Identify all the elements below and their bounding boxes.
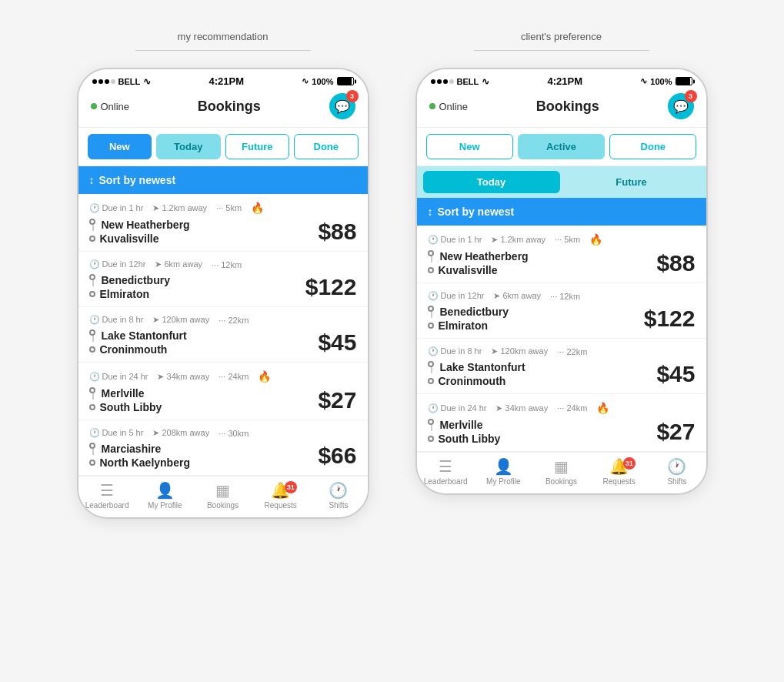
time-label: 4:21PM — [548, 75, 583, 87]
requests-badge: 31 — [623, 457, 636, 470]
nav-leaderboard[interactable]: ☰ Leaderboard — [78, 481, 136, 510]
nav-label: Bookings — [207, 501, 239, 510]
hot-icon: 🔥 — [589, 233, 602, 246]
nav-leaderboard[interactable]: ☰ Leaderboard — [417, 457, 475, 486]
route-from: Benedictbury — [89, 274, 170, 286]
sub-tab-today[interactable]: Today — [423, 171, 560, 193]
route: New Heatherberg Kuvalisville — [89, 219, 190, 245]
nav-shifts[interactable]: 🕐 Shifts — [309, 481, 367, 510]
right-bottom-nav: ☰ Leaderboard 👤 My Profile ▦ Bookings 🔔 … — [417, 452, 706, 493]
tab-new[interactable]: New — [426, 134, 513, 159]
tab-future[interactable]: Future — [225, 134, 290, 159]
booking-body: Benedictbury Elmiraton $122 — [428, 306, 696, 332]
left-booking-list: 🕐 Due in 1 hr ➤ 1.2km away ··· 5km 🔥 — [78, 194, 368, 476]
booking-item[interactable]: 🕐 Due in 1 hr ➤ 1.2km away ··· 5km 🔥 — [78, 194, 368, 252]
route-connector — [89, 219, 95, 231]
booking-item[interactable]: 🕐 Due in 8 hr ➤ 120km away ··· 22km L — [78, 307, 368, 363]
route-to: South Libby — [428, 433, 501, 445]
left-underline — [135, 50, 311, 51]
booking-item[interactable]: 🕐 Due in 24 hr ➤ 34km away ··· 24km 🔥 — [417, 394, 706, 452]
chat-button[interactable]: 💬 3 — [668, 93, 694, 119]
booking-body: Lake Stantonfurt Croninmouth $45 — [89, 329, 357, 356]
signal-dots — [92, 79, 115, 84]
booking-item[interactable]: 🕐 Due in 12hr ➤ 6km away ··· 12km Ben — [417, 283, 706, 339]
booking-item[interactable]: 🕐 Due in 24 hr ➤ 34km away ··· 24km 🔥 — [78, 363, 368, 420]
left-phone: BELL ∿ 4:21PM ∿ 100% Online Boo — [77, 68, 369, 519]
booking-meta: 🕐 Due in 5 hr ➤ 208km away ··· 30km — [89, 428, 357, 438]
route-to: North Kaelynberg — [89, 456, 190, 469]
page-container: my recommendation BELL ∿ 4:21PM ∿ — [77, 31, 708, 519]
price: $27 — [656, 419, 695, 445]
chat-badge: 3 — [346, 90, 359, 102]
route: Lake Stantonfurt Croninmouth — [89, 329, 187, 356]
profile-icon: 👤 — [494, 457, 513, 476]
route-connector — [89, 387, 95, 400]
booking-body: Lake Stantonfurt Croninmouth $45 — [428, 361, 696, 387]
right-booking-list: 🕐 Due in 1 hr ➤ 1.2km away ··· 5km 🔥 — [417, 226, 706, 452]
battery-icon — [337, 77, 354, 85]
left-tab-bar: New Today Future Done — [78, 128, 368, 166]
nav-label: Shifts — [329, 501, 348, 510]
sort-bar-left: ↕ Sort by newest — [78, 166, 368, 194]
booking-meta: 🕐 Due in 8 hr ➤ 120km away ··· 22km — [89, 315, 357, 325]
nav-requests[interactable]: 🔔 31 Requests — [590, 457, 648, 486]
leaderboard-icon: ☰ — [100, 481, 114, 500]
tab-active[interactable]: Active — [518, 134, 605, 159]
price: $88 — [318, 219, 356, 245]
nav-label: Leaderboard — [85, 501, 129, 510]
status-left: BELL ∿ — [431, 76, 490, 87]
sub-tab-future[interactable]: Future — [563, 171, 700, 193]
route-from: Lake Stantonfurt — [428, 361, 525, 373]
price: $122 — [644, 306, 696, 332]
distance-away: ➤ 1.2km away — [152, 203, 207, 213]
booking-item[interactable]: 🕐 Due in 8 hr ➤ 120km away ··· 22km L — [417, 339, 706, 394]
requests-badge: 31 — [285, 481, 297, 493]
nav-profile[interactable]: 👤 My Profile — [136, 481, 194, 510]
hot-icon: 🔥 — [258, 370, 271, 383]
booking-item[interactable]: 🕐 Due in 1 hr ➤ 1.2km away ··· 5km 🔥 — [417, 226, 706, 283]
left-bottom-nav: ☰ Leaderboard 👤 My Profile ▦ Bookings 🔔 … — [78, 476, 368, 517]
leaderboard-icon: ☰ — [439, 457, 452, 476]
left-column: my recommendation BELL ∿ 4:21PM ∿ — [77, 31, 369, 519]
hot-icon: 🔥 — [596, 402, 609, 414]
bluetooth-icon: ∿ — [640, 76, 647, 86]
nav-bookings[interactable]: ▦ Bookings — [532, 457, 590, 486]
online-indicator: Online — [429, 101, 469, 112]
left-status-bar: BELL ∿ 4:21PM ∿ 100% — [78, 69, 368, 90]
tab-today[interactable]: Today — [156, 134, 221, 159]
sort-bar-right: ↕ Sort by newest — [417, 198, 706, 226]
booking-body: Merlville South Libby $27 — [428, 419, 696, 445]
nav-label: Requests — [603, 477, 636, 486]
nav-requests[interactable]: 🔔 31 Requests — [252, 481, 309, 510]
signal-dots — [431, 79, 454, 84]
route-from: Lake Stantonfurt — [89, 329, 187, 342]
chat-button[interactable]: 💬 3 — [329, 93, 355, 119]
route: Benedictbury Elmiraton — [428, 306, 509, 332]
chat-badge: 3 — [685, 90, 697, 102]
booking-meta: 🕐 Due in 12hr ➤ 6km away ··· 12km — [89, 259, 357, 269]
right-status-bar: BELL ∿ 4:21PM ∿ 100% — [417, 69, 706, 90]
tab-new[interactable]: New — [88, 134, 152, 159]
tab-done[interactable]: Done — [609, 134, 696, 159]
right-column: client's preference BELL ∿ 4:21PM ∿ — [415, 31, 708, 495]
battery-fill — [676, 78, 690, 85]
online-label: Online — [101, 101, 130, 112]
tab-done[interactable]: Done — [294, 134, 359, 159]
route-from: Merlville — [89, 387, 162, 400]
bookings-title: Bookings — [198, 99, 261, 115]
nav-bookings[interactable]: ▦ Bookings — [194, 481, 252, 510]
carrier-label: BELL — [118, 77, 141, 86]
route-to: Croninmouth — [89, 343, 187, 356]
status-left: BELL ∿ — [92, 76, 152, 87]
battery-icon — [676, 77, 692, 85]
nav-shifts[interactable]: 🕐 Shifts — [648, 457, 706, 486]
route-from: Merlville — [428, 419, 501, 431]
nav-label: Leaderboard — [424, 477, 468, 486]
right-phone: BELL ∿ 4:21PM ∿ 100% Online Boo — [415, 68, 708, 495]
booking-item[interactable]: 🕐 Due in 5 hr ➤ 208km away ··· 30km M — [78, 420, 368, 476]
booking-meta: 🕐 Due in 1 hr ➤ 1.2km away ··· 5km 🔥 — [428, 233, 696, 246]
booking-item[interactable]: 🕐 Due in 12hr ➤ 6km away ··· 12km Ben — [78, 252, 368, 307]
bookings-title: Bookings — [536, 99, 599, 115]
battery-percent: 100% — [650, 77, 672, 86]
nav-profile[interactable]: 👤 My Profile — [475, 457, 532, 486]
